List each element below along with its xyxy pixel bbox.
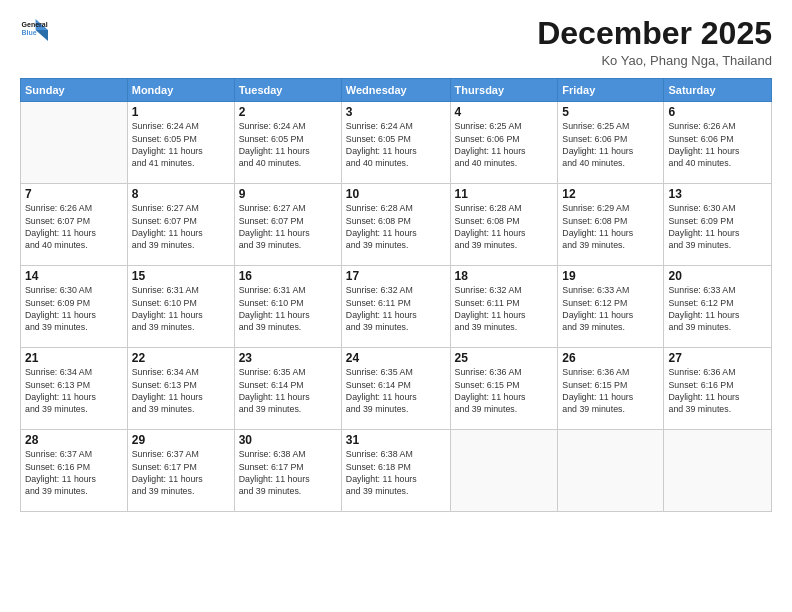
calendar-cell: 18Sunrise: 6:32 AMSunset: 6:11 PMDayligh… <box>450 266 558 348</box>
day-number: 23 <box>239 351 337 365</box>
calendar-cell: 6Sunrise: 6:26 AMSunset: 6:06 PMDaylight… <box>664 102 772 184</box>
day-info: Sunrise: 6:37 AMSunset: 6:16 PMDaylight:… <box>25 448 123 497</box>
calendar-header: SundayMondayTuesdayWednesdayThursdayFrid… <box>21 79 772 102</box>
calendar-cell: 22Sunrise: 6:34 AMSunset: 6:13 PMDayligh… <box>127 348 234 430</box>
calendar-cell <box>558 430 664 512</box>
day-number: 1 <box>132 105 230 119</box>
day-number: 15 <box>132 269 230 283</box>
day-number: 24 <box>346 351 446 365</box>
day-info: Sunrise: 6:27 AMSunset: 6:07 PMDaylight:… <box>132 202 230 251</box>
day-number: 4 <box>455 105 554 119</box>
calendar-cell: 23Sunrise: 6:35 AMSunset: 6:14 PMDayligh… <box>234 348 341 430</box>
weekday-header-row: SundayMondayTuesdayWednesdayThursdayFrid… <box>21 79 772 102</box>
weekday-header-saturday: Saturday <box>664 79 772 102</box>
location: Ko Yao, Phang Nga, Thailand <box>537 53 772 68</box>
day-info: Sunrise: 6:34 AMSunset: 6:13 PMDaylight:… <box>132 366 230 415</box>
weekday-header-wednesday: Wednesday <box>341 79 450 102</box>
day-info: Sunrise: 6:34 AMSunset: 6:13 PMDaylight:… <box>25 366 123 415</box>
page: General Blue December 2025 Ko Yao, Phang… <box>0 0 792 612</box>
calendar-cell: 27Sunrise: 6:36 AMSunset: 6:16 PMDayligh… <box>664 348 772 430</box>
day-info: Sunrise: 6:32 AMSunset: 6:11 PMDaylight:… <box>455 284 554 333</box>
day-info: Sunrise: 6:35 AMSunset: 6:14 PMDaylight:… <box>346 366 446 415</box>
day-info: Sunrise: 6:37 AMSunset: 6:17 PMDaylight:… <box>132 448 230 497</box>
calendar-cell: 15Sunrise: 6:31 AMSunset: 6:10 PMDayligh… <box>127 266 234 348</box>
calendar-cell: 16Sunrise: 6:31 AMSunset: 6:10 PMDayligh… <box>234 266 341 348</box>
day-number: 27 <box>668 351 767 365</box>
day-number: 11 <box>455 187 554 201</box>
month-title: December 2025 <box>537 16 772 51</box>
calendar-body: 1Sunrise: 6:24 AMSunset: 6:05 PMDaylight… <box>21 102 772 512</box>
calendar-cell <box>21 102 128 184</box>
day-info: Sunrise: 6:27 AMSunset: 6:07 PMDaylight:… <box>239 202 337 251</box>
weekday-header-tuesday: Tuesday <box>234 79 341 102</box>
calendar-cell: 14Sunrise: 6:30 AMSunset: 6:09 PMDayligh… <box>21 266 128 348</box>
calendar-cell: 21Sunrise: 6:34 AMSunset: 6:13 PMDayligh… <box>21 348 128 430</box>
calendar-cell: 17Sunrise: 6:32 AMSunset: 6:11 PMDayligh… <box>341 266 450 348</box>
day-number: 31 <box>346 433 446 447</box>
day-info: Sunrise: 6:25 AMSunset: 6:06 PMDaylight:… <box>562 120 659 169</box>
day-info: Sunrise: 6:38 AMSunset: 6:18 PMDaylight:… <box>346 448 446 497</box>
calendar-cell: 10Sunrise: 6:28 AMSunset: 6:08 PMDayligh… <box>341 184 450 266</box>
day-info: Sunrise: 6:36 AMSunset: 6:15 PMDaylight:… <box>455 366 554 415</box>
calendar-week-row: 7Sunrise: 6:26 AMSunset: 6:07 PMDaylight… <box>21 184 772 266</box>
calendar-cell: 1Sunrise: 6:24 AMSunset: 6:05 PMDaylight… <box>127 102 234 184</box>
calendar-week-row: 21Sunrise: 6:34 AMSunset: 6:13 PMDayligh… <box>21 348 772 430</box>
day-number: 18 <box>455 269 554 283</box>
day-number: 28 <box>25 433 123 447</box>
day-info: Sunrise: 6:35 AMSunset: 6:14 PMDaylight:… <box>239 366 337 415</box>
weekday-header-sunday: Sunday <box>21 79 128 102</box>
calendar-cell <box>664 430 772 512</box>
title-block: December 2025 Ko Yao, Phang Nga, Thailan… <box>537 16 772 68</box>
day-info: Sunrise: 6:30 AMSunset: 6:09 PMDaylight:… <box>25 284 123 333</box>
day-info: Sunrise: 6:26 AMSunset: 6:07 PMDaylight:… <box>25 202 123 251</box>
day-info: Sunrise: 6:28 AMSunset: 6:08 PMDaylight:… <box>455 202 554 251</box>
day-number: 30 <box>239 433 337 447</box>
day-number: 16 <box>239 269 337 283</box>
day-number: 22 <box>132 351 230 365</box>
calendar-cell: 20Sunrise: 6:33 AMSunset: 6:12 PMDayligh… <box>664 266 772 348</box>
day-info: Sunrise: 6:33 AMSunset: 6:12 PMDaylight:… <box>668 284 767 333</box>
day-number: 3 <box>346 105 446 119</box>
calendar-cell: 12Sunrise: 6:29 AMSunset: 6:08 PMDayligh… <box>558 184 664 266</box>
calendar-cell: 29Sunrise: 6:37 AMSunset: 6:17 PMDayligh… <box>127 430 234 512</box>
svg-text:Blue: Blue <box>22 29 37 36</box>
day-info: Sunrise: 6:36 AMSunset: 6:16 PMDaylight:… <box>668 366 767 415</box>
calendar-cell: 28Sunrise: 6:37 AMSunset: 6:16 PMDayligh… <box>21 430 128 512</box>
calendar-week-row: 28Sunrise: 6:37 AMSunset: 6:16 PMDayligh… <box>21 430 772 512</box>
calendar-week-row: 14Sunrise: 6:30 AMSunset: 6:09 PMDayligh… <box>21 266 772 348</box>
calendar-cell: 25Sunrise: 6:36 AMSunset: 6:15 PMDayligh… <box>450 348 558 430</box>
day-info: Sunrise: 6:30 AMSunset: 6:09 PMDaylight:… <box>668 202 767 251</box>
calendar-cell: 24Sunrise: 6:35 AMSunset: 6:14 PMDayligh… <box>341 348 450 430</box>
day-number: 10 <box>346 187 446 201</box>
day-info: Sunrise: 6:29 AMSunset: 6:08 PMDaylight:… <box>562 202 659 251</box>
calendar-cell <box>450 430 558 512</box>
header: General Blue December 2025 Ko Yao, Phang… <box>20 16 772 68</box>
day-number: 20 <box>668 269 767 283</box>
day-info: Sunrise: 6:25 AMSunset: 6:06 PMDaylight:… <box>455 120 554 169</box>
day-number: 21 <box>25 351 123 365</box>
logo: General Blue <box>20 16 48 44</box>
day-number: 14 <box>25 269 123 283</box>
day-info: Sunrise: 6:28 AMSunset: 6:08 PMDaylight:… <box>346 202 446 251</box>
day-number: 13 <box>668 187 767 201</box>
day-number: 9 <box>239 187 337 201</box>
calendar-cell: 5Sunrise: 6:25 AMSunset: 6:06 PMDaylight… <box>558 102 664 184</box>
calendar-cell: 9Sunrise: 6:27 AMSunset: 6:07 PMDaylight… <box>234 184 341 266</box>
day-number: 6 <box>668 105 767 119</box>
calendar-cell: 19Sunrise: 6:33 AMSunset: 6:12 PMDayligh… <box>558 266 664 348</box>
calendar-week-row: 1Sunrise: 6:24 AMSunset: 6:05 PMDaylight… <box>21 102 772 184</box>
day-info: Sunrise: 6:31 AMSunset: 6:10 PMDaylight:… <box>239 284 337 333</box>
day-info: Sunrise: 6:24 AMSunset: 6:05 PMDaylight:… <box>239 120 337 169</box>
day-number: 5 <box>562 105 659 119</box>
calendar-cell: 13Sunrise: 6:30 AMSunset: 6:09 PMDayligh… <box>664 184 772 266</box>
calendar-cell: 3Sunrise: 6:24 AMSunset: 6:05 PMDaylight… <box>341 102 450 184</box>
day-number: 17 <box>346 269 446 283</box>
weekday-header-friday: Friday <box>558 79 664 102</box>
day-number: 12 <box>562 187 659 201</box>
weekday-header-thursday: Thursday <box>450 79 558 102</box>
calendar-table: SundayMondayTuesdayWednesdayThursdayFrid… <box>20 78 772 512</box>
calendar-cell: 31Sunrise: 6:38 AMSunset: 6:18 PMDayligh… <box>341 430 450 512</box>
day-number: 2 <box>239 105 337 119</box>
day-number: 7 <box>25 187 123 201</box>
day-number: 29 <box>132 433 230 447</box>
